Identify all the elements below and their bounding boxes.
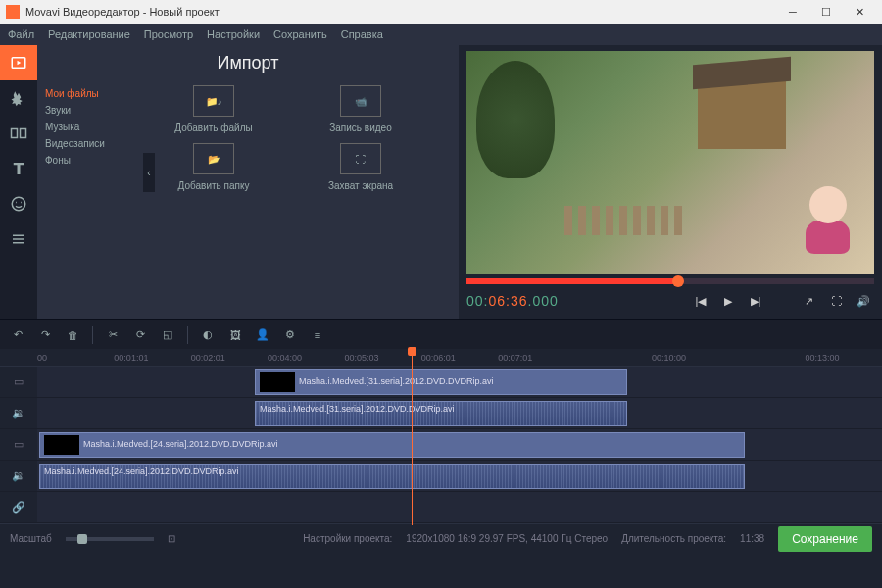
clip-props-button[interactable]: ⚙ xyxy=(278,323,302,347)
cat-my-files[interactable]: Мои файлы xyxy=(45,85,127,102)
playhead[interactable] xyxy=(412,349,413,525)
fullscreen-button[interactable]: ⛶ xyxy=(825,290,847,312)
track-audio-1-icon[interactable]: 🔉 xyxy=(0,461,37,491)
fit-button[interactable]: ⊡ xyxy=(168,533,175,544)
minimize-button[interactable]: ─ xyxy=(776,1,809,23)
preview-canvas[interactable] xyxy=(466,51,874,274)
track-video-1[interactable]: ▭ Masha.i.Medved.[24.seria].2012.DVD.DVD… xyxy=(0,429,882,461)
record-screen-label: Захват экрана xyxy=(328,180,393,191)
menu-save[interactable]: Сохранить xyxy=(273,28,327,40)
cut-button[interactable]: ✂ xyxy=(101,323,124,347)
add-files-button[interactable]: 📁♪ Добавить файлы xyxy=(145,85,282,133)
folder-icon: 📂 xyxy=(193,143,234,174)
maximize-button[interactable]: ☐ xyxy=(809,1,843,23)
clip-audio-1[interactable]: Masha.i.Medved.[24.seria].2012.DVD.DVDRi… xyxy=(39,464,745,489)
titlebar: Movavi Видеоредактор - Новый проект ─ ☐ … xyxy=(0,0,882,24)
track-audio-2[interactable]: 🔉 Masha.i.Medved.[31.seria].2012.DVD.DVD… xyxy=(0,398,882,429)
play-button[interactable]: ▶ xyxy=(717,290,739,312)
seek-bar[interactable] xyxy=(466,278,874,284)
undo-button[interactable]: ↶ xyxy=(6,323,29,347)
track-video-1-icon[interactable]: ▭ xyxy=(0,429,37,460)
record-video-label: Запись видео xyxy=(329,122,391,133)
screen-capture-icon: ⛶ xyxy=(340,143,381,174)
color-button[interactable]: ◐ xyxy=(196,323,220,347)
edit-toolbar: ↶ ↷ 🗑 ✂ ⟳ ◱ ◐ 🖼 👤 ⚙ ≡ xyxy=(0,319,882,349)
timecode: 00:06:36.000 xyxy=(466,293,684,309)
clip-video-1[interactable]: Masha.i.Medved.[24.seria].2012.DVD.DVDRi… xyxy=(39,432,745,458)
link-tracks-icon[interactable]: 🔗 xyxy=(0,492,37,522)
volume-button[interactable]: 🔊 xyxy=(853,290,874,312)
image-button[interactable]: 🖼 xyxy=(223,323,247,347)
audio-props-button[interactable]: ≡ xyxy=(306,323,329,347)
close-button[interactable]: ✕ xyxy=(843,1,876,23)
add-folder-label: Добавить папку xyxy=(178,180,250,191)
camera-icon: 📹 xyxy=(340,85,381,117)
app-logo-icon xyxy=(6,5,20,19)
import-panel: Импорт Мои файлы Звуки Музыка Видеозапис… xyxy=(37,45,459,319)
redo-button[interactable]: ↷ xyxy=(33,323,57,347)
menu-file[interactable]: Файл xyxy=(8,28,34,40)
import-categories: Мои файлы Звуки Музыка Видеозаписи Фоны xyxy=(37,81,135,201)
add-files-icon: 📁♪ xyxy=(193,85,234,117)
duration-label: Длительность проекта: xyxy=(621,533,726,544)
prev-frame-button[interactable]: |◀ xyxy=(690,290,711,312)
tool-transitions[interactable] xyxy=(0,116,37,151)
detach-preview-button[interactable]: ↗ xyxy=(798,290,819,312)
import-title: Импорт xyxy=(37,45,459,81)
record-video-button[interactable]: 📹 Запись видео xyxy=(292,85,429,133)
track-audio-2-icon[interactable]: 🔉 xyxy=(0,398,37,428)
next-frame-button[interactable]: ▶| xyxy=(745,290,766,312)
cat-music[interactable]: Музыка xyxy=(45,119,127,135)
tool-import[interactable] xyxy=(0,45,37,80)
export-button[interactable]: Сохранение xyxy=(778,526,872,552)
zoom-slider[interactable] xyxy=(66,537,154,541)
preview-panel: 00:06:36.000 |◀ ▶ ▶| ↗ ⛶ 🔊 xyxy=(459,45,882,319)
duration-value: 11:38 xyxy=(740,533,764,544)
clip-video-2[interactable]: Masha.i.Medved.[31.seria].2012.DVD.DVDRi… xyxy=(255,369,627,395)
tool-titles[interactable] xyxy=(0,151,37,186)
menu-help[interactable]: Справка xyxy=(341,28,383,40)
track-video-2[interactable]: ▭ Masha.i.Medved.[31.seria].2012.DVD.DVD… xyxy=(0,367,882,398)
status-bar: Масштаб ⊡ Настройки проекта: 1920x1080 1… xyxy=(0,523,882,553)
window-title: Movavi Видеоредактор - Новый проект xyxy=(25,6,220,18)
record-screen-button[interactable]: ⛶ Захват экрана xyxy=(292,143,429,191)
collapse-handle[interactable]: ‹ xyxy=(143,153,155,192)
menubar: Файл Редактирование Просмотр Настройки С… xyxy=(0,24,882,45)
scale-label: Масштаб xyxy=(10,533,52,544)
timeline: ▭ Masha.i.Medved.[31.seria].2012.DVD.DVD… xyxy=(0,367,882,523)
track-audio-1[interactable]: 🔉 Masha.i.Medved.[24.seria].2012.DVD.DVD… xyxy=(0,461,882,492)
svg-rect-2 xyxy=(21,129,26,138)
add-files-label: Добавить файлы xyxy=(174,122,252,133)
track-empty[interactable]: 🔗 xyxy=(0,492,882,523)
svg-rect-1 xyxy=(12,129,18,138)
tool-stickers[interactable] xyxy=(0,186,37,221)
menu-edit[interactable]: Редактирование xyxy=(48,28,130,40)
project-settings-label: Настройки проекта: xyxy=(303,533,392,544)
menu-view[interactable]: Просмотр xyxy=(144,28,193,40)
cat-backgrounds[interactable]: Фоны xyxy=(45,152,127,169)
project-settings-value: 1920x1080 16:9 29.97 FPS, 44100 Гц Стере… xyxy=(406,533,608,544)
track-video-2-icon[interactable]: ▭ xyxy=(0,367,37,397)
delete-button[interactable]: 🗑 xyxy=(61,323,84,347)
seek-handle[interactable] xyxy=(672,275,684,287)
add-folder-button[interactable]: 📂 Добавить папку xyxy=(145,143,282,191)
side-toolbar xyxy=(0,45,37,319)
overlay-button[interactable]: 👤 xyxy=(251,323,274,347)
rotate-button[interactable]: ⟳ xyxy=(128,323,152,347)
clip-audio-2[interactable]: Masha.i.Medved.[31.seria].2012.DVD.DVDRi… xyxy=(255,401,627,426)
tool-filters[interactable] xyxy=(0,80,37,116)
crop-button[interactable]: ◱ xyxy=(156,323,179,347)
svg-point-3 xyxy=(12,197,25,211)
menu-settings[interactable]: Настройки xyxy=(207,28,260,40)
cat-sounds[interactable]: Звуки xyxy=(45,102,127,119)
cat-video[interactable]: Видеозаписи xyxy=(45,135,127,152)
timeline-ruler[interactable]: 0000:01:0100:02:0100:04:0000:05:0300:06:… xyxy=(0,349,882,367)
tool-more[interactable] xyxy=(0,221,37,257)
